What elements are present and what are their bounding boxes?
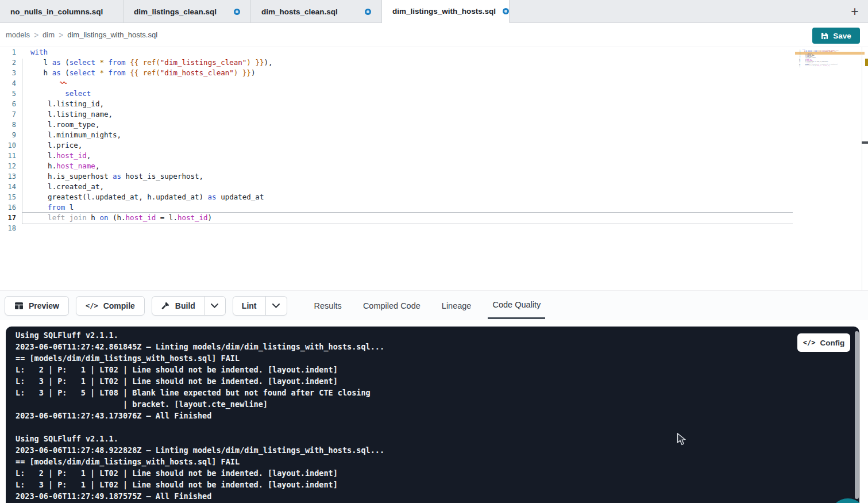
config-label: Config [820,339,844,347]
line-number: 3 [0,68,16,78]
code-line[interactable]: 11 l.host_id, [0,151,273,161]
breadcrumb-segment: models [6,30,30,39]
lint-options-caret[interactable] [266,297,287,315]
file-tab[interactable]: no_nulls_in_columns.sql [0,0,124,23]
file-tab[interactable]: dim_listings_with_hosts.sql [382,0,510,23]
code-line[interactable]: 15 greatest(l.updated_at, h.updated_at) … [0,192,273,202]
line-number: 18 [0,223,16,233]
code-line[interactable]: 13 h.is_superhost as host_is_superhost, [0,171,273,182]
unsaved-changes-dot-icon [365,9,371,15]
code-line[interactable]: 6 l.listing_id, [0,99,273,109]
chevron-down-icon [272,304,280,308]
save-button[interactable]: Save [812,28,860,44]
lint-button[interactable]: Lint [233,297,266,315]
code-line[interactable]: 3 h as (select * from {{ ref("dim_hosts_… [0,68,273,78]
code-line[interactable]: 18 [0,223,273,233]
line-content: h.host_name, [16,161,99,171]
editor-scrollbar-thumb[interactable] [862,141,868,144]
code-line[interactable]: 16 from l [0,202,273,213]
terminal-line: L: 2 | P: 1 | LT02 | Line should not be … [16,467,384,479]
file-tab-label: dim_listings_with_hosts.sql [392,7,496,16]
line-number: 14 [0,182,16,192]
line-content: h as (select * from {{ ref("dim_hosts_cl… [16,68,255,78]
code-icon: </> [803,339,816,347]
unsaved-changes-dot-icon [503,8,509,14]
line-number: 15 [0,192,16,202]
minimap[interactable]: 1with2 l as (select * from {{ ref("dim_l… [798,49,843,89]
line-content: left join h on (h.host_id = l.host_id) [16,213,212,223]
compile-button[interactable]: </> Compile [76,296,145,316]
line-content: h.is_superhost as host_is_superhost, [16,171,203,182]
line-content: l as (select * from {{ ref("dim_listings… [16,57,273,68]
line-content: from l [16,202,74,213]
code-line[interactable]: 1with [0,47,273,57]
panel-tab-label: Results [314,301,342,310]
table-grid-icon [14,301,24,310]
line-content: l.listing_name, [16,109,113,120]
line-content: l.room_type, [16,120,99,130]
breadcrumb: models>dim>dim_listings_with_hosts.sql [0,23,868,47]
panel-tab-lineage[interactable]: Lineage [441,291,473,321]
editor-tab-bar: no_nulls_in_columns.sqldim_listings_clea… [0,0,868,23]
code-line[interactable]: 12 h.host_name, [0,161,273,171]
line-content: l.price, [16,140,82,151]
line-content: l.listing_id, [16,99,104,109]
terminal-line: Using SQLFluff v2.1.1. [16,329,384,341]
terminal-line: == [models/dim/dim_listings_with_hosts.s… [16,352,384,364]
save-button-label: Save [833,32,851,40]
code-line[interactable]: 9 l.minimum_nights, [0,130,273,140]
code-line[interactable]: 4 [0,78,273,89]
panel-tab-label: Lineage [442,301,472,310]
editor-scrollbar-track [862,47,862,290]
terminal-line: L: 3 | P: 1 | LT02 | Line should not be … [16,479,384,490]
terminal-line: 2023-06-06T11:27:43.173076Z — All Finish… [16,410,384,421]
panel-tab-label: Code Quality [492,300,541,309]
file-tab[interactable]: dim_listings_clean.sql [124,0,251,23]
panel-tab-code-quality[interactable]: Code Quality [491,291,542,321]
terminal-log: Using SQLFluff v2.1.1.2023-06-06T11:27:4… [16,329,384,502]
code-line[interactable]: 2 l as (select * from {{ ref("dim_listin… [0,57,273,68]
chevron-down-icon [211,304,218,308]
sql-editor[interactable]: 1with2 l as (select * from {{ ref("dim_l… [0,47,868,290]
line-number: 5 [0,89,16,99]
preview-button[interactable]: Preview [5,296,69,316]
hammer-icon [161,301,170,310]
file-tab-label: dim_listings_clean.sql [134,7,217,16]
file-tab[interactable]: dim_hosts_clean.sql [251,0,382,23]
line-number: 7 [0,109,16,120]
action-bar: Preview </> Compile Build Lint ResultsC [0,290,868,320]
line-number: 12 [0,161,16,171]
lint-output-terminal: Using SQLFluff v2.1.1.2023-06-06T11:27:4… [6,327,859,503]
terminal-line: L: 3 | P: 1 | LT02 | Line should not be … [16,375,384,387]
config-button[interactable]: </> Config [797,333,850,352]
code-area[interactable]: 1with2 l as (select * from {{ ref("dim_l… [798,49,839,67]
build-split-button: Build [152,296,226,316]
terminal-line: 2023-06-06T11:27:49.187575Z — All Finish… [16,490,384,502]
code-line[interactable]: 8 l.room_type, [0,120,273,130]
build-options-caret[interactable] [205,297,225,315]
new-tab-button[interactable]: + [845,0,865,23]
line-number: 8 [0,120,16,130]
line-content: with [16,47,48,57]
code-line[interactable]: 5 select [0,89,273,99]
unsaved-changes-dot-icon [234,9,240,15]
code-line[interactable]: 14 l.created_at, [0,182,273,192]
code-line[interactable]: 17 left join h on (h.host_id = l.host_id… [0,213,273,223]
line-number: 4 [0,78,16,89]
build-button[interactable]: Build [152,297,205,315]
code-line[interactable]: 7 l.listing_name, [0,109,273,120]
tab-strip: no_nulls_in_columns.sqldim_listings_clea… [0,0,510,22]
panel-tab-results[interactable]: Results [313,291,343,321]
line-number: 16 [0,202,16,213]
code-area[interactable]: 1with2 l as (select * from {{ ref("dim_l… [0,47,273,233]
preview-label: Preview [29,301,59,310]
line-content: select [16,89,91,99]
line-number: 2 [0,57,16,68]
terminal-scrollbar-thumb[interactable] [855,331,859,499]
code-line[interactable]: 10 l.price, [0,140,273,151]
compile-label: Compile [103,301,135,310]
panel-tab-compiled-code[interactable]: Compiled Code [362,291,422,321]
terminal-line: | bracket. [layout.cte_newline] [16,398,384,410]
terminal-line: 2023-06-06T11:27:48.922828Z — Linting mo… [16,444,384,456]
file-tab-label: no_nulls_in_columns.sql [10,7,103,16]
